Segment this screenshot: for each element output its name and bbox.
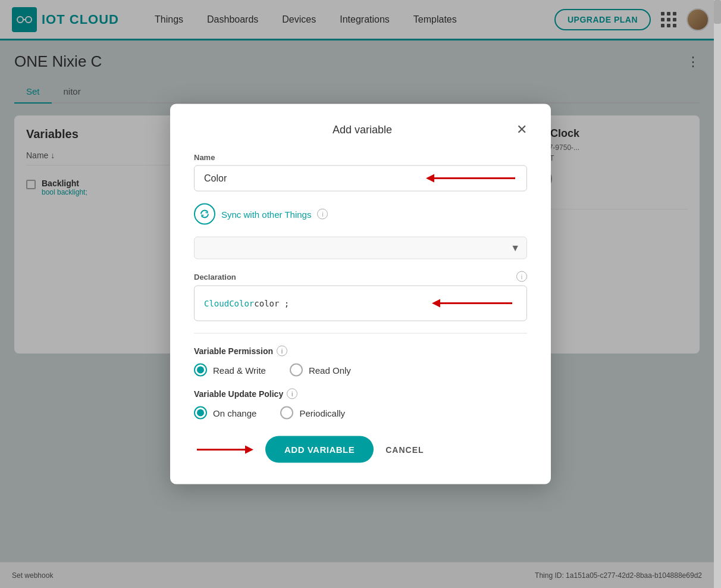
declaration-arrow-annotation: [432, 295, 515, 312]
scrollbar[interactable]: [714, 0, 721, 588]
scrollbar-thumb[interactable]: [714, 0, 721, 24]
permission-info-icon[interactable]: i: [277, 346, 287, 356]
radio-read-only-circle[interactable]: [290, 364, 303, 377]
permission-read-only[interactable]: Read Only: [290, 364, 351, 377]
radio-on-change-circle[interactable]: [194, 406, 207, 420]
decl-rest: color ;: [254, 299, 289, 308]
decl-type: CloudColor: [204, 299, 254, 308]
radio-read-only-label: Read Only: [309, 365, 351, 375]
add-variable-button[interactable]: ADD VARIABLE: [265, 436, 374, 463]
declaration-info-icon[interactable]: i: [516, 271, 527, 282]
permission-radio-group: Read & Write Read Only: [194, 364, 527, 377]
modal-header: Add variable ✕: [194, 123, 527, 136]
permission-section: Variable Permission i Read & Write Read …: [194, 346, 527, 377]
name-form-group: Name: [194, 153, 527, 192]
cancel-button[interactable]: CANCEL: [385, 445, 424, 454]
radio-on-change-dot: [197, 409, 204, 417]
permission-label: Variable Permission i: [194, 346, 527, 356]
policy-radio-group: On change Periodically: [194, 406, 527, 420]
policy-section: Variable Update Policy i On change Perio…: [194, 389, 527, 420]
modal-close-button[interactable]: ✕: [516, 123, 527, 136]
sync-icon[interactable]: [194, 204, 215, 225]
declaration-label: Declaration: [194, 272, 236, 281]
divider-1: [194, 333, 527, 334]
add-variable-modal: Add variable ✕ Name Sync with other Thin…: [170, 104, 551, 484]
declaration-form-group: Declaration i CloudColor color ;: [194, 271, 527, 321]
sync-row: Sync with other Things i: [194, 204, 527, 225]
radio-read-write-label: Read & Write: [213, 365, 266, 375]
name-arrow-annotation: [426, 170, 521, 187]
modal-actions: ADD VARIABLE CANCEL: [194, 436, 527, 463]
svg-marker-6: [432, 299, 440, 308]
name-label: Name: [194, 153, 527, 162]
radio-on-change-label: On change: [213, 408, 256, 418]
radio-periodically-circle[interactable]: [280, 406, 293, 420]
permission-read-write[interactable]: Read & Write: [194, 364, 266, 377]
radio-read-write-circle[interactable]: [194, 364, 207, 377]
policy-on-change[interactable]: On change: [194, 406, 256, 420]
modal-title: Add variable: [208, 123, 516, 136]
radio-read-write-dot: [197, 367, 204, 374]
add-button-arrow-annotation: [194, 439, 253, 460]
radio-periodically-label: Periodically: [299, 408, 345, 418]
sync-label[interactable]: Sync with other Things: [221, 209, 311, 219]
type-select-wrap: Color eg. hue: 182, saturation: 93, brig…: [194, 237, 527, 259]
sync-info-icon[interactable]: i: [317, 209, 328, 220]
svg-marker-8: [245, 445, 253, 453]
policy-label: Variable Update Policy i: [194, 389, 527, 399]
svg-marker-4: [426, 174, 434, 183]
policy-info-icon[interactable]: i: [287, 389, 297, 399]
type-select[interactable]: Color eg. hue: 182, saturation: 93, brig…: [194, 237, 527, 259]
policy-periodically[interactable]: Periodically: [280, 406, 345, 420]
